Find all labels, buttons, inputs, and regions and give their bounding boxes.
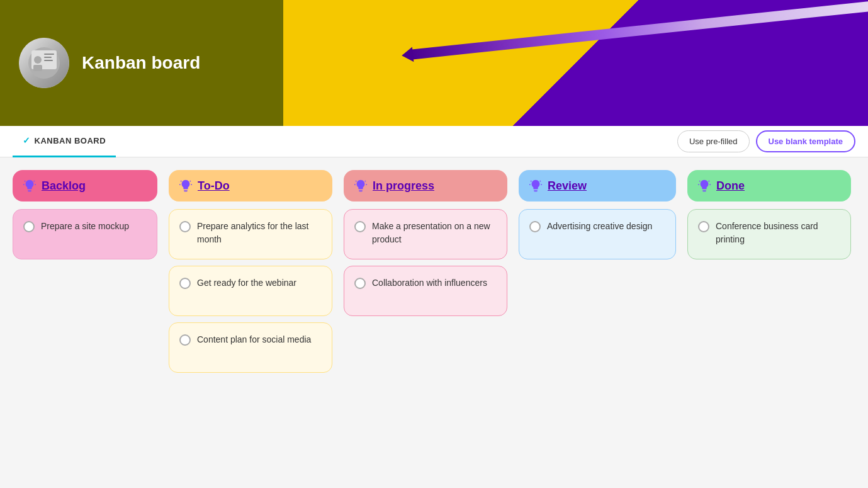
check-icon: ✓ [23, 135, 31, 145]
svg-point-14 [191, 184, 192, 185]
svg-point-26 [709, 184, 711, 185]
card-checkbox-done-1[interactable] [698, 221, 709, 232]
tab-label: KANBAN BOARD [35, 136, 106, 145]
svg-point-20 [539, 181, 541, 182]
svg-point-21 [529, 184, 531, 185]
pencil-decoration [410, 0, 868, 60]
card-checkbox-inprogress-1[interactable] [354, 221, 366, 232]
nav-buttons: Use pre-filled Use blank template [677, 130, 855, 152]
card-checkbox-todo-2[interactable] [179, 278, 191, 289]
header-banner [283, 0, 868, 126]
card-inprogress-1[interactable]: Make a presentation on a new product [344, 209, 507, 259]
column-review: Review Advertising creative design [519, 170, 676, 266]
card-inprogress-2[interactable]: Collaboration with influencers [344, 266, 507, 316]
header-left: Kanban board [0, 0, 283, 126]
column-todo: To-Do Prepare analytics for the last mon… [169, 170, 332, 379]
card-checkbox-todo-1[interactable] [179, 221, 191, 232]
kanban-board-tab[interactable]: ✓ KANBAN BOARD [13, 126, 116, 157]
card-text-todo-2: Get ready for the webinar [197, 276, 296, 290]
svg-point-25 [698, 184, 699, 185]
svg-rect-6 [44, 60, 53, 61]
svg-rect-5 [44, 57, 52, 58]
card-text-review-1: Advertising creative design [547, 220, 652, 233]
svg-rect-4 [44, 54, 54, 55]
svg-point-17 [354, 184, 356, 185]
header: Kanban board [0, 0, 868, 126]
card-text-todo-1: Prepare analytics for the last month [197, 220, 322, 246]
card-review-1[interactable]: Advertising creative design [519, 209, 676, 259]
card-todo-1[interactable]: Prepare analytics for the last month [169, 209, 332, 259]
svg-point-8 [33, 181, 35, 182]
svg-point-10 [35, 184, 36, 185]
bulb-icon-backlog [23, 179, 37, 193]
svg-point-15 [356, 181, 357, 182]
column-done: Done Conference business card printing [687, 170, 851, 266]
kanban-board: Backlog Prepare a site mockup To-Do [0, 157, 868, 392]
svg-point-22 [541, 184, 542, 185]
card-checkbox-review-1[interactable] [529, 221, 541, 232]
svg-point-12 [189, 181, 191, 182]
avatar-image [19, 38, 69, 88]
card-todo-3[interactable]: Content plan for social media [169, 322, 332, 373]
use-blank-template-button[interactable]: Use blank template [756, 130, 856, 152]
column-title-todo: To-Do [198, 179, 230, 193]
use-prefilled-button[interactable]: Use pre-filled [677, 130, 750, 152]
page-title: Kanban board [82, 53, 200, 73]
column-title-done: Done [716, 179, 745, 193]
card-checkbox-backlog-1[interactable] [23, 221, 35, 232]
card-checkbox-todo-3[interactable] [179, 334, 191, 346]
avatar [19, 38, 69, 88]
card-text-inprogress-1: Make a presentation on a new product [372, 220, 497, 246]
bulb-icon-todo [179, 179, 193, 193]
svg-point-23 [699, 181, 701, 182]
svg-rect-3 [33, 65, 42, 71]
column-title-backlog: Backlog [42, 179, 86, 193]
card-text-done-1: Conference business card printing [716, 220, 840, 246]
card-done-1[interactable]: Conference business card printing [687, 209, 851, 259]
column-inprogress: In progress Make a presentation on a new… [344, 170, 507, 322]
svg-point-18 [366, 184, 367, 185]
svg-point-9 [23, 184, 25, 185]
card-text-todo-3: Content plan for social media [197, 333, 311, 346]
bulb-icon-done [697, 179, 711, 193]
column-backlog: Backlog Prepare a site mockup [13, 170, 157, 266]
column-title-inprogress: In progress [373, 179, 434, 193]
bulb-icon-inprogress [354, 179, 368, 193]
column-title-review: Review [548, 179, 587, 193]
card-text-backlog-1: Prepare a site mockup [41, 220, 129, 233]
column-header-inprogress: In progress [344, 170, 507, 201]
card-checkbox-inprogress-2[interactable] [354, 278, 366, 289]
svg-point-24 [708, 181, 709, 182]
navbar: ✓ KANBAN BOARD Use pre-filled Use blank … [0, 126, 868, 157]
column-header-todo: To-Do [169, 170, 332, 201]
card-backlog-1[interactable]: Prepare a site mockup [13, 209, 157, 259]
svg-point-13 [179, 184, 181, 185]
card-todo-2[interactable]: Get ready for the webinar [169, 266, 332, 316]
card-text-inprogress-2: Collaboration with influencers [372, 276, 487, 290]
svg-point-11 [181, 181, 182, 182]
svg-point-2 [34, 56, 42, 64]
bulb-icon-review [529, 179, 543, 193]
column-header-done: Done [687, 170, 851, 201]
svg-point-7 [25, 181, 26, 182]
column-header-backlog: Backlog [13, 170, 157, 201]
svg-point-19 [531, 181, 532, 182]
svg-point-16 [364, 181, 366, 182]
column-header-review: Review [519, 170, 676, 201]
